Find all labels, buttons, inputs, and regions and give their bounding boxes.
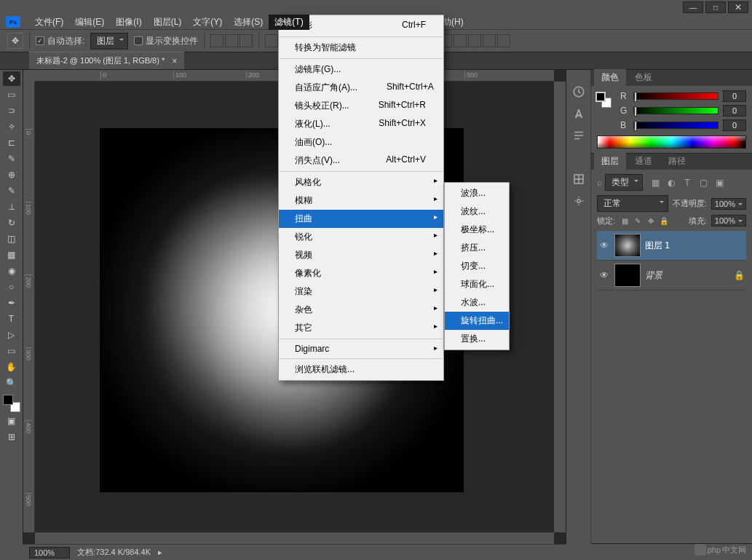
lock-pixels-icon[interactable]: ✎ — [633, 216, 643, 226]
eraser-tool[interactable]: ◫ — [3, 232, 20, 246]
filter-gallery[interactable]: 滤镜库(G)... — [279, 60, 443, 79]
distort-zigzag[interactable]: 水波... — [445, 293, 509, 312]
filter-liquify[interactable]: 液化(L)...Shift+Ctrl+X — [279, 115, 443, 133]
maximize-button[interactable]: □ — [705, 1, 726, 13]
visibility-icon[interactable]: 👁 — [598, 240, 610, 251]
type-tool[interactable]: T — [3, 312, 20, 326]
distort-wave[interactable]: 波浪... — [445, 184, 509, 202]
layer-name[interactable]: 图层 1 — [645, 240, 670, 252]
filter-smart[interactable]: 转换为智能滤镜 — [279, 39, 443, 57]
filter-smart-icon[interactable]: ▣ — [714, 178, 724, 188]
pen-tool[interactable]: ✒ — [3, 296, 20, 310]
move-tool[interactable]: ✥ — [3, 71, 20, 86]
gradient-tool[interactable]: ▦ — [3, 248, 20, 262]
g-slider[interactable] — [633, 107, 719, 114]
filter-lenscorrect[interactable]: 镜头校正(R)...Shift+Ctrl+R — [279, 97, 443, 115]
chevron-right-icon[interactable]: ▸ — [158, 548, 162, 557]
lock-transparency-icon[interactable]: ▦ — [620, 216, 630, 226]
filter-stylize[interactable]: 风格化 — [279, 173, 443, 192]
history-brush-tool[interactable]: ↻ — [3, 216, 20, 230]
filter-kind-dropdown[interactable]: 类型 — [605, 174, 643, 191]
ruler-vertical[interactable]: 0 100 200 300 400 500 — [23, 82, 35, 532]
eyedropper-tool[interactable]: ✎ — [3, 151, 20, 166]
foreground-background-swatch[interactable] — [3, 395, 20, 412]
filter-noise[interactable]: 杂色 — [279, 301, 443, 319]
scrollbar-horizontal[interactable] — [35, 532, 554, 544]
distribute-btn[interactable] — [265, 34, 278, 47]
3d-btn[interactable] — [468, 34, 481, 47]
marquee-tool[interactable]: ▭ — [3, 87, 20, 102]
layer-thumbnail[interactable] — [614, 264, 641, 287]
distort-spherize[interactable]: 球面化... — [445, 275, 509, 293]
channels-tab[interactable]: 通道 — [628, 153, 660, 170]
filter-shape-icon[interactable]: ▢ — [698, 178, 708, 188]
blend-mode-dropdown[interactable]: 正常 — [597, 195, 668, 212]
fill-value[interactable]: 100% — [711, 215, 746, 226]
zoom-field[interactable]: 100% — [29, 547, 70, 559]
filter-other[interactable]: 其它 — [279, 319, 443, 337]
lock-all-icon[interactable]: 🔒 — [659, 216, 669, 226]
menu-edit[interactable]: 编辑(E) — [69, 15, 110, 30]
g-value[interactable]: 0 — [723, 105, 746, 117]
distort-displace[interactable]: 置换... — [445, 330, 509, 348]
layer-name[interactable]: 背景 — [645, 269, 662, 282]
shape-tool[interactable]: ▭ — [3, 344, 20, 358]
blur-tool[interactable]: ◉ — [3, 264, 20, 278]
path-select-tool[interactable]: ▷ — [3, 328, 20, 342]
auto-select-checkbox[interactable]: 自动选择: — [36, 35, 84, 47]
brush-tool[interactable]: ✎ — [3, 184, 20, 198]
scrollbar-vertical[interactable] — [554, 82, 566, 532]
filter-distort[interactable]: 扭曲 — [279, 210, 443, 228]
3d-btn[interactable] — [454, 34, 467, 47]
align-btn[interactable] — [210, 34, 223, 47]
filter-blur[interactable]: 模糊 — [279, 192, 443, 210]
filter-type-icon[interactable]: T — [682, 178, 692, 188]
paths-tab[interactable]: 路径 — [661, 153, 693, 170]
filter-pixelate[interactable]: 像素化 — [279, 264, 443, 283]
transform-controls-checkbox[interactable]: 显示变换控件 — [134, 35, 198, 47]
hand-tool[interactable]: ✋ — [3, 360, 20, 374]
layers-tab[interactable]: 图层 — [594, 153, 626, 170]
filter-vanish[interactable]: 消失点(V)...Alt+Ctrl+V — [279, 151, 443, 170]
character-panel-icon[interactable] — [570, 105, 587, 122]
styles-panel-icon[interactable] — [570, 170, 587, 188]
opacity-value[interactable]: 100% — [711, 198, 746, 210]
distort-shear[interactable]: 切变... — [445, 257, 509, 275]
menu-file[interactable]: 文件(F) — [29, 15, 69, 30]
menu-layer[interactable]: 图层(L) — [148, 15, 188, 30]
align-btn[interactable] — [225, 34, 238, 47]
lock-position-icon[interactable]: ✥ — [646, 216, 656, 226]
distort-polar[interactable]: 极坐标... — [445, 221, 509, 239]
document-tab[interactable]: 未标题-2 @ 100% (图层 1, RGB/8) * × — [29, 52, 184, 69]
filter-pixel-icon[interactable]: ▦ — [650, 178, 660, 188]
swatches-tab[interactable]: 色板 — [628, 69, 660, 86]
foreground-swatch[interactable] — [595, 92, 606, 102]
screen-mode-tool[interactable]: ⊞ — [3, 430, 20, 444]
filter-sharpen[interactable]: 锐化 — [279, 228, 443, 246]
r-value[interactable]: 0 — [723, 90, 746, 102]
auto-select-dropdown[interactable]: 图层 — [90, 33, 128, 50]
close-tab-icon[interactable]: × — [172, 56, 177, 66]
layer-thumbnail[interactable] — [614, 234, 641, 257]
menu-filter[interactable]: 滤镜(T) — [269, 15, 309, 30]
filter-digimarc[interactable]: Digimarc — [279, 341, 443, 357]
quick-mask-tool[interactable]: ▣ — [3, 414, 20, 428]
zoom-tool[interactable]: 🔍 — [3, 376, 20, 390]
menu-image[interactable]: 图像(I) — [110, 15, 147, 30]
r-slider[interactable] — [633, 92, 719, 100]
move-tool-icon[interactable]: ✥ — [7, 33, 23, 49]
color-tab[interactable]: 颜色 — [594, 69, 626, 86]
b-slider[interactable] — [633, 122, 719, 129]
filter-video[interactable]: 视频 — [279, 246, 443, 264]
b-value[interactable]: 0 — [723, 119, 746, 131]
filter-browse[interactable]: 浏览联机滤镜... — [279, 360, 443, 379]
filter-adjust-icon[interactable]: ◐ — [666, 178, 676, 188]
lasso-tool[interactable]: ⊃ — [3, 103, 20, 118]
quick-select-tool[interactable]: ✧ — [3, 119, 20, 134]
history-panel-icon[interactable] — [570, 83, 587, 100]
filter-wideangle[interactable]: 自适应广角(A)...Shift+Ctrl+A — [279, 79, 443, 97]
adjustments-panel-icon[interactable] — [570, 192, 587, 210]
color-spectrum[interactable] — [597, 135, 746, 149]
healing-tool[interactable]: ⊕ — [3, 167, 20, 182]
distort-pinch[interactable]: 挤压... — [445, 239, 509, 257]
